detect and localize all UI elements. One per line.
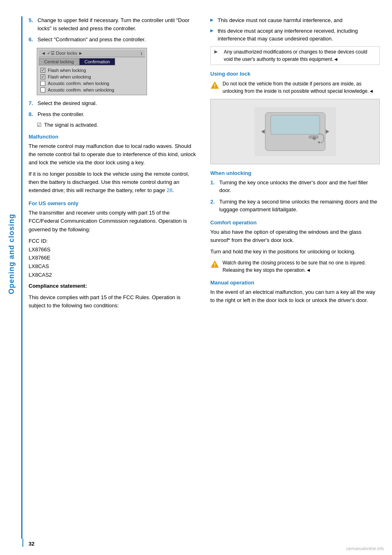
unlock-step-1-text: Turning the key once unlocks the driver'… [219, 179, 380, 195]
step-6-num: 6. [29, 36, 35, 44]
when-unlocking-heading: When unlocking [210, 170, 380, 176]
bullet-1: ▶ This device must not cause harmful int… [210, 16, 380, 25]
fcc-id-lx8cas2: LX8CAS2 [29, 271, 198, 280]
triangle-icon-1: ▶ [210, 18, 214, 22]
manual-operation-heading: Manual operation [210, 280, 380, 286]
warning-triangle-icon: ! [210, 81, 219, 89]
unlock-step-2: 2. Turning the key a second time unlocks… [210, 198, 380, 214]
signal-line-text: The signal is activated. [44, 122, 98, 128]
sidebar-label: Opening and closing [7, 214, 16, 294]
note-text: Any unauthorized modifications or change… [224, 48, 377, 63]
checkbox-flash-locking: ✓ [40, 68, 45, 73]
svg-rect-4 [271, 115, 320, 134]
ui-option-flash-locking-label: Flash when locking [48, 68, 86, 73]
content-area: 5. Change to upper field if necessary. T… [29, 16, 380, 313]
ui-option-acoustic-locking-label: Acoustic confirm. when locking [48, 81, 109, 86]
bullet-1-text: This device must not cause harmful inter… [218, 16, 343, 25]
right-column: ▶ This device must not cause harmful int… [210, 16, 380, 313]
door-lock-warning-text: Do not lock the vehicle from the outside… [223, 80, 380, 95]
us-owners-para1: The transmitter and receiver units compl… [29, 209, 198, 233]
checkbox-acoustic-locking [40, 81, 45, 86]
step-5: 5. Change to upper field if necessary. T… [29, 16, 198, 32]
malfunction-para1: The remote control may malfunction due t… [29, 142, 198, 167]
checkbox-acoustic-unlocking [40, 87, 45, 92]
page-number: 32 [29, 541, 34, 547]
us-owners-heading: For US owners only [29, 200, 198, 206]
note-arrow-icon: ► [213, 48, 220, 55]
checkbox-flash-unlocking: ✓ [40, 74, 45, 79]
fcc-id-lx8cas: LX8CAS [29, 262, 198, 271]
ui-tab-row: Central locking Confirmation [39, 58, 145, 65]
us-owners-section: For US owners only The transmitter and r… [29, 200, 198, 310]
ui-option-flash-unlocking-label: Flash when unlocking [48, 74, 91, 79]
step-7: 7. Select the desired signal. [29, 99, 198, 107]
malfunction-para2: If it is no longer possible to lock the … [29, 170, 198, 195]
unlock-step-1-num: 1. [210, 179, 217, 195]
unlock-step-2-text: Turning the key a second time unlocks th… [219, 198, 380, 214]
ui-option-acoustic-unlocking: Acoustic confirm. when unlocking [39, 87, 145, 93]
comfort-operation-heading: Comfort operation [210, 219, 380, 226]
bullet-2: ▶ this device must accept any interferen… [210, 27, 380, 43]
ui-option-acoustic-unlocking-label: Acoustic confirm. when unlocking [48, 87, 114, 92]
ui-header-label: ◄ ✓☰ Door locks ► [41, 51, 83, 56]
ui-mockup-header: ◄ ✓☰ Door locks ► ↕ [39, 50, 145, 57]
ui-header-icon: ↕ [140, 51, 143, 56]
ui-option-acoustic-locking: Acoustic confirm. when locking [39, 80, 145, 87]
watermark: carmanualonline.info [346, 546, 384, 551]
signal-line: ☑ The signal is activated. [37, 122, 198, 128]
step-6-text: Select "Confirmation" and press the cont… [38, 36, 146, 44]
comfort-para2: Turn and hold the key in the positions f… [210, 248, 380, 256]
svg-text:!: ! [214, 83, 216, 89]
ui-tab-central-locking[interactable]: Central locking [39, 58, 79, 65]
warning-box-comfort: ! Watch during the closing process to be… [210, 259, 380, 274]
warning-box-door-lock: ! Do not lock the vehicle from the outsi… [210, 80, 380, 95]
using-door-lock-section: Using door lock ! Do not lock the vehicl… [210, 71, 380, 95]
step-6: 6. Select "Confirmation" and press the c… [29, 36, 198, 44]
comfort-operation-section: Comfort operation You also have the opti… [210, 219, 380, 274]
blue-border [21, 16, 22, 539]
ui-option-flash-unlocking: ✓ Flash when unlocking [39, 74, 145, 80]
compliance-heading: Compliance statement: [29, 282, 198, 290]
when-unlocking-section: When unlocking 1. Turning the key once u… [210, 170, 380, 214]
fcc-id-lx8766e: LX8766E [29, 254, 198, 262]
left-column: 5. Change to upper field if necessary. T… [29, 16, 198, 313]
fcc-id-line: FCC ID: [29, 237, 198, 246]
using-door-lock-heading: Using door lock [210, 71, 380, 77]
comfort-warning-text: Watch during the closing process to be s… [223, 259, 380, 274]
step-7-text: Select the desired signal. [38, 99, 97, 107]
unlock-step-2-num: 2. [210, 198, 217, 214]
note-box: ► Any unauthorized modifications or chan… [210, 46, 380, 65]
unlock-step-1: 1. Turning the key once unlocks the driv… [210, 179, 380, 195]
ui-tab-confirmation[interactable]: Confirmation [79, 58, 115, 65]
step-8-text: Press the controller. [38, 110, 85, 119]
car-door-illustration [254, 105, 336, 158]
ui-option-flash-locking: ✓ Flash when locking [39, 67, 145, 74]
step-5-text: Change to upper field if necessary. Turn… [38, 16, 198, 32]
bullet-2-text: this device must accept any interference… [218, 27, 380, 43]
car-image-box [210, 99, 380, 164]
fcc-id-block: FCC ID: LX8766S LX8766E LX8CAS LX8CAS2 [29, 237, 198, 280]
fcc-id-lx8766s: LX8766S [29, 246, 198, 254]
triangle-icon-2: ▶ [210, 28, 214, 33]
page-link-28[interactable]: 28 [167, 187, 172, 193]
manual-operation-para: In the event of an electrical malfunctio… [210, 288, 380, 304]
checkmark-icon: ☑ [37, 122, 42, 128]
malfunction-heading: Malfunction [29, 134, 198, 140]
page-container: Opening and closing 5. Change to upper f… [0, 0, 392, 555]
step-5-num: 5. [29, 16, 35, 32]
warning-triangle-icon-2: ! [210, 260, 219, 268]
step-8: 8. Press the controller. [29, 110, 198, 119]
malfunction-section: Malfunction The remote control may malfu… [29, 134, 198, 195]
step-7-num: 7. [29, 99, 35, 107]
step-8-num: 8. [29, 110, 35, 119]
page-num-line [22, 539, 23, 547]
ui-mockup: ◄ ✓☰ Door locks ► ↕ Central locking Conf… [37, 48, 147, 95]
compliance-text: This device complies with part 15 of the… [29, 293, 198, 310]
svg-text:!: ! [214, 262, 216, 268]
svg-point-6 [313, 137, 316, 140]
manual-operation-section: Manual operation In the event of an elec… [210, 280, 380, 304]
comfort-para1: You also have the option of operating th… [210, 228, 380, 244]
